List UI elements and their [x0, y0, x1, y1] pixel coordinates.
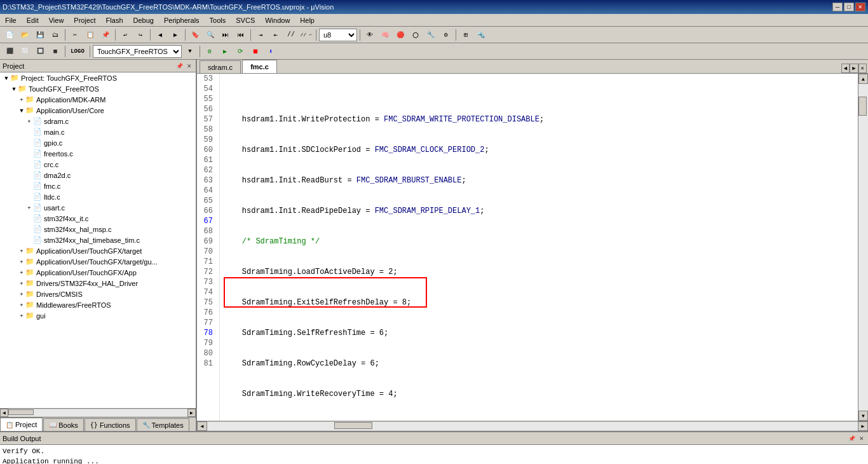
tab-left-btn[interactable]: ◀ [841, 64, 850, 73]
menu-help[interactable]: Help [295, 15, 320, 25]
vertical-scrollbar[interactable]: ▲ ▼ [858, 74, 868, 421]
mem-button[interactable]: 🧠 [378, 28, 392, 42]
logo-button[interactable]: LOGO [68, 44, 87, 58]
menu-debug[interactable]: Debug [128, 15, 159, 25]
tree-item-middlewares[interactable]: + 📁 Middlewares/FreeRTOS [0, 299, 196, 310]
hscroll-code-thumb[interactable] [334, 422, 372, 429]
menu-tools[interactable]: Tools [205, 15, 231, 25]
ptab-books[interactable]: 📖 Books [43, 418, 84, 431]
hscroll-thumb[interactable] [8, 409, 34, 415]
vscroll-thumb[interactable] [858, 97, 867, 116]
menu-view[interactable]: View [44, 15, 69, 25]
project-hscrollbar[interactable]: ◀ ▶ [0, 408, 196, 417]
code-content[interactable]: hsdram1.Init.WriteProtection = FMC_SDRAM… [220, 74, 858, 421]
tb2-btn2[interactable]: ⬜ [18, 44, 32, 58]
ptab-project[interactable]: 📋 Project [0, 418, 43, 431]
redo-button[interactable]: ↪ [133, 28, 147, 42]
menu-project[interactable]: Project [69, 15, 100, 25]
hscroll-code-right[interactable]: ▶ [858, 421, 868, 431]
project-panel-close[interactable]: ✕ [185, 62, 193, 70]
hscroll-right-btn[interactable]: ▶ [187, 409, 196, 417]
dbg1-button[interactable]: 🔴 [393, 28, 407, 42]
menu-file[interactable]: File [0, 15, 22, 25]
ptab-templates[interactable]: 🔧 Templates [137, 418, 189, 431]
dbg2-button[interactable]: ◯ [409, 28, 423, 42]
tree-item-fmc[interactable]: 📄 fmc.c [0, 181, 196, 191]
uncomment-button[interactable]: // ← [299, 28, 313, 42]
tree-item-user-core[interactable]: ▼ 📁 Application/User/Core [0, 105, 196, 116]
code-hscrollbar[interactable]: ◀ ▶ [197, 421, 868, 431]
comment-button[interactable]: // [284, 28, 298, 42]
find-next-button[interactable]: ⏭ [219, 28, 233, 42]
maximize-button[interactable]: □ [844, 3, 854, 11]
tree-item-main[interactable]: 📄 main.c [0, 126, 196, 137]
dbg4-button[interactable]: ⚙ [439, 28, 453, 42]
project-panel-pin[interactable]: 📌 [175, 62, 184, 70]
nav-forward-button[interactable]: ▶ [168, 28, 182, 42]
tree-item-crc[interactable]: 📄 crc.c [0, 159, 196, 170]
save-all-button[interactable]: 🗂 [48, 28, 62, 42]
copy-button[interactable]: 📋 [83, 28, 97, 42]
stop-build-button[interactable]: ⏹ [248, 44, 262, 58]
new-file-button[interactable]: 📄 [3, 28, 17, 42]
tab-close-btn[interactable]: ✕ [858, 64, 867, 73]
vscroll-up-btn[interactable]: ▲ [858, 74, 868, 84]
indent-button[interactable]: ⇥ [254, 28, 268, 42]
view-toggle-button[interactable]: ⊞ [459, 28, 473, 42]
settings-button[interactable]: 🔩 [474, 28, 488, 42]
tree-item-gpio[interactable]: 📄 gpio.c [0, 137, 196, 148]
tree-item-root[interactable]: ▼ 📁 Project: TouchGFX_FreeRTOS [0, 72, 196, 83]
bookmark-button[interactable]: 🔖 [188, 28, 202, 42]
target-combo[interactable]: TouchGFX_FreeRTOS [93, 45, 182, 58]
nav-back-button[interactable]: ◀ [153, 28, 167, 42]
rebuild-button[interactable]: ⟳ [233, 44, 247, 58]
undo-button[interactable]: ↩ [118, 28, 132, 42]
cut-button[interactable]: ✂ [68, 28, 82, 42]
minimize-button[interactable]: ─ [832, 3, 843, 11]
tb2-btn4[interactable]: ▦ [48, 44, 62, 58]
tb2-dropdown-button[interactable]: ▼ [183, 44, 197, 58]
tree-item-touchgfx-gu[interactable]: + 📁 Application/User/TouchGFX/target/gu.… [0, 256, 196, 267]
menu-window[interactable]: Window [260, 15, 295, 25]
tree-item-usart[interactable]: + 📄 usart.c [0, 202, 196, 213]
hscroll-code-left[interactable]: ◀ [197, 421, 207, 431]
code-tab-sdram[interactable]: sdram.c [200, 60, 241, 73]
tree-item-touchgfx-target[interactable]: + 📁 Application/User/TouchGFX/target [0, 245, 196, 256]
menu-edit[interactable]: Edit [22, 15, 44, 25]
tb2-btn3[interactable]: 🔲 [33, 44, 47, 58]
tree-item-mdk-arm[interactable]: + 📁 Application/MDK-ARM [0, 94, 196, 105]
paste-button[interactable]: 📌 [98, 28, 112, 42]
tree-item-drivers-hal[interactable]: + 📁 Drivers/STM32F4xx_HAL_Driver [0, 278, 196, 289]
menu-peripherals[interactable]: Peripherals [159, 15, 205, 25]
hscroll-left-btn[interactable]: ◀ [0, 409, 8, 417]
unindent-button[interactable]: ⇤ [269, 28, 283, 42]
tree-item-sdram[interactable]: + 📄 sdram.c [0, 116, 196, 126]
tree-item-stm32-it[interactable]: 📄 stm32f4xx_it.c [0, 213, 196, 224]
build-panel-close[interactable]: ✕ [857, 434, 865, 442]
find-button[interactable]: 🔍 [203, 28, 217, 42]
compile-button[interactable]: ⚙ [203, 44, 217, 58]
code-tab-fmc[interactable]: fmc.c [242, 60, 277, 73]
tree-item-touchgfx-app[interactable]: + 📁 Application/User/TouchGFX/App [0, 267, 196, 278]
tree-item-gui[interactable]: + 📁 gui [0, 310, 196, 321]
dbg3-button[interactable]: 🔧 [424, 28, 438, 42]
menu-flash[interactable]: Flash [101, 15, 128, 25]
tree-item-dma2d[interactable]: 📄 dma2d.c [0, 170, 196, 181]
build-panel-pin[interactable]: 📌 [848, 434, 856, 442]
watch-button[interactable]: 👁 [363, 28, 377, 42]
tb2-btn1[interactable]: ⬛ [3, 44, 17, 58]
close-button[interactable]: ✕ [855, 3, 865, 11]
tree-item-stm32-timebase[interactable]: 📄 stm32f4xx_hal_timebase_tim.c [0, 235, 196, 245]
ptab-functions[interactable]: {} Functions [85, 418, 136, 431]
tab-right-btn[interactable]: ▶ [850, 64, 858, 73]
data-type-combo[interactable]: u8 [319, 29, 357, 41]
tree-item-freertos[interactable]: 📄 freertos.c [0, 148, 196, 159]
tree-item-drivers-cmsis[interactable]: + 📁 Drivers/CMSIS [0, 289, 196, 299]
tree-item-touchgfx[interactable]: ▼ 📁 TouchGFX_FreeRTOS [0, 83, 196, 94]
open-file-button[interactable]: 📂 [18, 28, 32, 42]
tree-item-ltdc[interactable]: 📄 ltdc.c [0, 191, 196, 202]
tree-item-stm32-msp[interactable]: 📄 stm32f4xx_hal_msp.c [0, 224, 196, 235]
save-button[interactable]: 💾 [33, 28, 47, 42]
code-editor[interactable]: 53 54 55 56 57 58 59 60 61 62 63 64 65 6… [197, 74, 858, 421]
menu-svcs[interactable]: SVCS [231, 15, 260, 25]
